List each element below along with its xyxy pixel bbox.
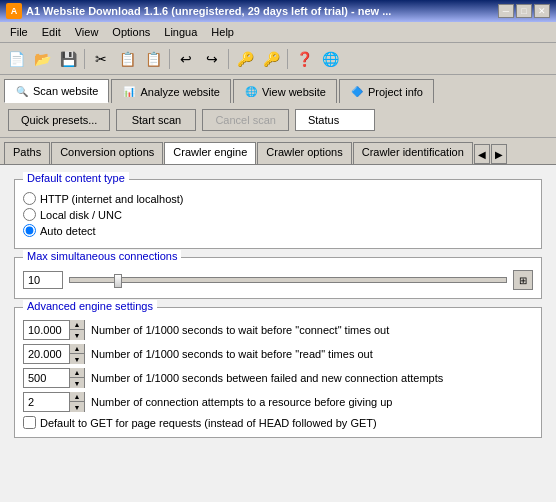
get-checkbox[interactable] <box>23 416 36 429</box>
cancel-scan-button[interactable]: Cancel scan <box>202 109 289 131</box>
slider-thumb[interactable] <box>114 274 122 288</box>
quick-presets-button[interactable]: Quick presets... <box>8 109 110 131</box>
spinner-2-down[interactable]: ▼ <box>70 378 84 388</box>
get-checkbox-label: Default to GET for page requests (instea… <box>40 417 377 429</box>
max-connections-group: Max simultaneous connections 10 ⊞ <box>14 257 542 299</box>
title-bar: A A1 Website Download 1.1.6 (unregistere… <box>0 0 556 22</box>
spinner-0-label: Number of 1/1000 seconds to wait before … <box>91 324 389 336</box>
spinner-1-input[interactable] <box>24 345 69 363</box>
toolbar-open[interactable]: 📂 <box>30 47 54 71</box>
main-panel: Default content type HTTP (internet and … <box>0 165 556 502</box>
sub-tab-paths[interactable]: Paths <box>4 142 50 164</box>
maximize-button[interactable]: □ <box>516 4 532 18</box>
app-icon: A <box>6 3 22 19</box>
spinner-2-label: Number of 1/1000 seconds between failed … <box>91 372 443 384</box>
title-text: A1 Website Download 1.1.6 (unregistered,… <box>26 5 391 17</box>
tab-scan-website[interactable]: 🔍 Scan website <box>4 79 109 103</box>
button-bar: Quick presets... Start scan Cancel scan … <box>0 103 556 138</box>
radio-local-row: Local disk / UNC <box>23 208 533 221</box>
analyze-icon: 📊 <box>122 85 136 99</box>
radio-auto[interactable] <box>23 224 36 237</box>
spinner-row-3: ▲ ▼ Number of connection attempts to a r… <box>23 392 533 412</box>
toolbar-redo[interactable]: ↪ <box>200 47 224 71</box>
sub-tab-crawler-id[interactable]: Crawler identification <box>353 142 473 164</box>
tab-project-info[interactable]: 🔷 Project info <box>339 79 434 103</box>
spinner-1-btns: ▲ ▼ <box>69 344 84 364</box>
tab-analyze-website[interactable]: 📊 Analyze website <box>111 79 231 103</box>
toolbar-key2[interactable]: 🔑 <box>259 47 283 71</box>
toolbar-key1[interactable]: 🔑 <box>233 47 257 71</box>
toolbar-sep-4 <box>287 49 288 69</box>
sub-tab-conversion[interactable]: Conversion options <box>51 142 163 164</box>
spinner-3-btns: ▲ ▼ <box>69 392 84 412</box>
toolbar-save[interactable]: 💾 <box>56 47 80 71</box>
toolbar-sep-3 <box>228 49 229 69</box>
menu-help[interactable]: Help <box>205 24 240 40</box>
spinner-3-up[interactable]: ▲ <box>70 392 84 402</box>
toolbar: 📄 📂 💾 ✂ 📋 📋 ↩ ↪ 🔑 🔑 ❓ 🌐 <box>0 43 556 75</box>
spinner-2-btns: ▲ ▼ <box>69 368 84 388</box>
spinner-0: ▲ ▼ <box>23 320 85 340</box>
menu-lingua[interactable]: Lingua <box>158 24 203 40</box>
spinner-row-2: ▲ ▼ Number of 1/1000 seconds between fai… <box>23 368 533 388</box>
slider-track[interactable] <box>69 277 507 283</box>
radio-auto-label: Auto detect <box>40 225 96 237</box>
scan-icon: 🔍 <box>15 84 29 98</box>
spinner-0-down[interactable]: ▼ <box>70 330 84 340</box>
main-tab-bar: 🔍 Scan website 📊 Analyze website 🌐 View … <box>0 75 556 103</box>
toolbar-paste[interactable]: 📋 <box>141 47 165 71</box>
toolbar-new[interactable]: 📄 <box>4 47 28 71</box>
spinner-1-label: Number of 1/1000 seconds to wait before … <box>91 348 373 360</box>
sub-tab-scroll-right[interactable]: ▶ <box>491 144 507 164</box>
spinner-2-input[interactable] <box>24 369 69 387</box>
close-button[interactable]: ✕ <box>534 4 550 18</box>
toolbar-copy[interactable]: 📋 <box>115 47 139 71</box>
radio-http[interactable] <box>23 192 36 205</box>
slider-container: 10 ⊞ <box>23 270 533 290</box>
spinner-0-up[interactable]: ▲ <box>70 320 84 330</box>
menu-options[interactable]: Options <box>106 24 156 40</box>
menu-view[interactable]: View <box>69 24 105 40</box>
tab-view-label: View website <box>262 86 326 98</box>
minimize-button[interactable]: ─ <box>498 4 514 18</box>
spinner-3-input[interactable] <box>24 393 69 411</box>
sub-tab-crawler-engine[interactable]: Crawler engine <box>164 142 256 164</box>
sub-tab-crawler-options[interactable]: Crawler options <box>257 142 351 164</box>
connections-input[interactable]: 10 <box>23 271 63 289</box>
toolbar-sep-1 <box>84 49 85 69</box>
sub-tab-scroll-left[interactable]: ◀ <box>474 144 490 164</box>
radio-local-label: Local disk / UNC <box>40 209 122 221</box>
status-label: Status <box>295 109 375 131</box>
spinner-2-up[interactable]: ▲ <box>70 368 84 378</box>
sub-tab-bar: Paths Conversion options Crawler engine … <box>0 138 556 165</box>
default-content-type-title: Default content type <box>23 172 129 184</box>
spinner-1-down[interactable]: ▼ <box>70 354 84 364</box>
view-icon: 🌐 <box>244 85 258 99</box>
spinner-3: ▲ ▼ <box>23 392 85 412</box>
advanced-engine-title: Advanced engine settings <box>23 300 157 312</box>
menu-file[interactable]: File <box>4 24 34 40</box>
toolbar-cut[interactable]: ✂ <box>89 47 113 71</box>
tab-project-label: Project info <box>368 86 423 98</box>
toolbar-web[interactable]: 🌐 <box>318 47 342 71</box>
advanced-engine-group: Advanced engine settings ▲ ▼ Number of 1… <box>14 307 542 438</box>
spinner-3-down[interactable]: ▼ <box>70 402 84 412</box>
tab-scan-label: Scan website <box>33 85 98 97</box>
spinner-1-up[interactable]: ▲ <box>70 344 84 354</box>
start-scan-button[interactable]: Start scan <box>116 109 196 131</box>
tab-view-website[interactable]: 🌐 View website <box>233 79 337 103</box>
spinner-2: ▲ ▼ <box>23 368 85 388</box>
toolbar-help[interactable]: ❓ <box>292 47 316 71</box>
spinner-3-label: Number of connection attempts to a resou… <box>91 396 392 408</box>
checkbox-get-row: Default to GET for page requests (instea… <box>23 416 533 429</box>
spinner-row-0: ▲ ▼ Number of 1/1000 seconds to wait bef… <box>23 320 533 340</box>
menu-edit[interactable]: Edit <box>36 24 67 40</box>
spinner-row-1: ▲ ▼ Number of 1/1000 seconds to wait bef… <box>23 344 533 364</box>
tab-analyze-label: Analyze website <box>140 86 220 98</box>
project-icon: 🔷 <box>350 85 364 99</box>
spinner-1: ▲ ▼ <box>23 344 85 364</box>
default-content-type-group: Default content type HTTP (internet and … <box>14 179 542 249</box>
radio-local[interactable] <box>23 208 36 221</box>
spinner-0-input[interactable] <box>24 321 69 339</box>
toolbar-undo[interactable]: ↩ <box>174 47 198 71</box>
